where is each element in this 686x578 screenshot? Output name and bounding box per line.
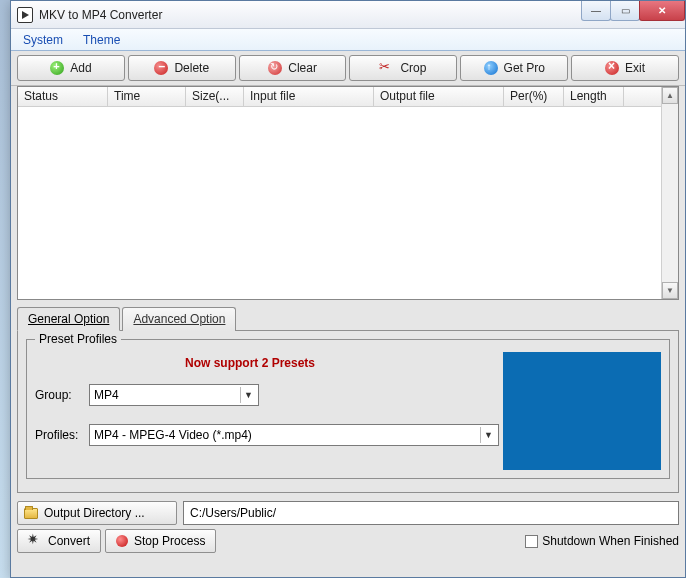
col-size[interactable]: Size(... [186,87,244,106]
crop-label: Crop [400,61,426,75]
output-directory-button[interactable]: Output Directory ... [17,501,177,525]
col-length[interactable]: Length [564,87,624,106]
stop-label: Stop Process [134,534,205,548]
delete-icon [154,61,168,75]
action-row: Convert Stop Process Shutdown When Finis… [17,529,679,553]
convert-label: Convert [48,534,90,548]
close-button[interactable]: ✕ [639,1,685,21]
bottom-block: Output Directory ... C:/Users/Public/ Co… [17,501,679,553]
getpro-button[interactable]: Get Pro [460,55,568,81]
menubar: System Theme [11,29,685,51]
chevron-down-icon: ▼ [240,387,256,403]
option-tabs: General Option Advanced Option [17,306,679,331]
preview-panel [503,352,661,470]
clear-icon [268,61,282,75]
shutdown-checkbox-row[interactable]: Shutdown When Finished [525,534,679,548]
shutdown-checkbox[interactable] [525,535,538,548]
app-icon [17,7,33,23]
preset-groupbox: Preset Profiles Now support 2 Presets Gr… [26,339,670,479]
delete-label: Delete [174,61,209,75]
profiles-label: Profiles: [35,428,87,442]
group-select[interactable]: MP4 ▼ [89,384,259,406]
col-input[interactable]: Input file [244,87,374,106]
delete-button[interactable]: Delete [128,55,236,81]
tab-general[interactable]: General Option [17,307,120,331]
getpro-label: Get Pro [504,61,545,75]
crop-icon [380,61,394,75]
scroll-down-icon[interactable]: ▼ [662,282,678,299]
col-output[interactable]: Output file [374,87,504,106]
exit-label: Exit [625,61,645,75]
scroll-track[interactable] [662,104,678,282]
clear-button[interactable]: Clear [239,55,347,81]
add-button[interactable]: Add [17,55,125,81]
menu-system[interactable]: System [13,31,73,49]
exit-button[interactable]: Exit [571,55,679,81]
exit-icon [605,61,619,75]
crop-button[interactable]: Crop [349,55,457,81]
tab-advanced[interactable]: Advanced Option [122,307,236,331]
profiles-select[interactable]: MP4 - MPEG-4 Video (*.mp4) ▼ [89,424,499,446]
output-directory-input[interactable]: C:/Users/Public/ [183,501,679,525]
titlebar[interactable]: MKV to MP4 Converter — ▭ ✕ [11,1,685,29]
svg-marker-0 [22,11,29,19]
profiles-value: MP4 - MPEG-4 Video (*.mp4) [94,428,252,442]
add-icon [50,61,64,75]
app-window: MKV to MP4 Converter — ▭ ✕ System Theme … [10,0,686,578]
minimize-button[interactable]: — [581,1,611,21]
col-time[interactable]: Time [108,87,186,106]
chevron-down-icon: ▼ [480,427,496,443]
window-title: MKV to MP4 Converter [39,8,582,22]
convert-button[interactable]: Convert [17,529,101,553]
group-label: Group: [35,388,87,402]
maximize-button[interactable]: ▭ [610,1,640,21]
desktop-background-strip [0,0,10,578]
convert-icon [28,534,42,548]
add-label: Add [70,61,91,75]
table-body[interactable] [18,107,678,299]
group-value: MP4 [94,388,119,402]
shutdown-label: Shutdown When Finished [542,534,679,548]
table-header: Status Time Size(... Input file Output f… [18,87,678,107]
general-panel: Preset Profiles Now support 2 Presets Gr… [17,331,679,493]
output-row: Output Directory ... C:/Users/Public/ [17,501,679,525]
vertical-scrollbar[interactable]: ▲ ▼ [661,87,678,299]
getpro-icon [484,61,498,75]
menu-theme[interactable]: Theme [73,31,130,49]
toolbar: Add Delete Clear Crop Get Pro Exit [11,51,685,86]
stop-button[interactable]: Stop Process [105,529,216,553]
folder-icon [24,508,38,519]
window-controls: — ▭ ✕ [582,1,685,21]
file-table: Status Time Size(... Input file Output f… [17,86,679,300]
clear-label: Clear [288,61,317,75]
col-status[interactable]: Status [18,87,108,106]
col-per[interactable]: Per(%) [504,87,564,106]
scroll-up-icon[interactable]: ▲ [662,87,678,104]
output-directory-label: Output Directory ... [44,506,145,520]
preset-legend: Preset Profiles [35,332,121,346]
output-path: C:/Users/Public/ [190,506,276,520]
stop-icon [116,535,128,547]
